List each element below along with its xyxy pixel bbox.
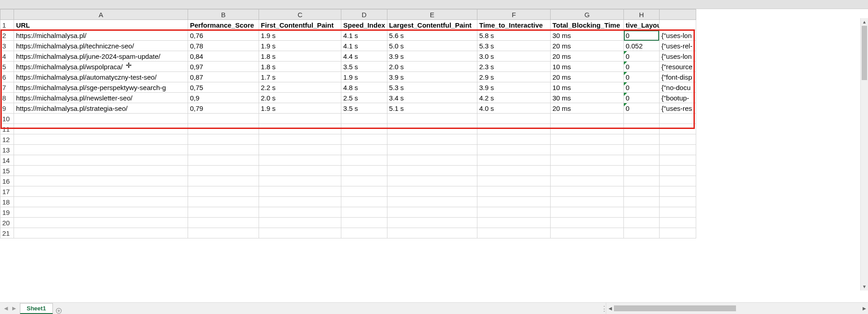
row-header-19[interactable]: 19 [0,207,14,218]
row-header-10[interactable]: 10 [0,114,14,124]
cell-A2[interactable]: https://michalmalysa.pl/ [14,30,188,41]
split-handle-icon[interactable]: ⋮ [602,303,606,314]
row-header-21[interactable]: 21 [0,228,14,238]
cell-G7[interactable]: 10 ms [551,82,624,93]
cell-empty[interactable] [188,155,259,166]
cell-empty[interactable] [624,176,660,186]
cell-E2[interactable]: 5.6 s [387,30,477,41]
row-header-20[interactable]: 20 [0,218,14,228]
cell-A6[interactable]: https://michalmalysa.pl/automatyczny-tes… [14,72,188,82]
cell-empty[interactable] [188,228,259,238]
cell-empty[interactable] [551,145,624,155]
cell-empty[interactable] [477,176,551,186]
row-header-14[interactable]: 14 [0,155,14,166]
cell-empty[interactable] [341,155,387,166]
cell-empty[interactable] [551,197,624,207]
cell-empty[interactable] [659,124,696,134]
cell-empty[interactable] [624,134,660,145]
vertical-scrollbar[interactable]: ▲ ▼ [860,18,868,290]
cell-H6[interactable]: 0 [624,72,660,82]
cell-empty[interactable] [387,145,477,155]
cell-F9[interactable]: 4.0 s [477,103,551,114]
row-header-1[interactable]: 1 [0,20,14,30]
cell-empty[interactable] [624,207,660,218]
row-header-18[interactable]: 18 [0,197,14,207]
cell-empty[interactable] [14,124,188,134]
cell-empty[interactable] [659,186,696,197]
cell-C5[interactable]: 1.8 s [259,62,341,72]
cell-H8[interactable]: 0 [624,93,660,103]
cell-A7[interactable]: https://michalmalysa.pl/sge-perspektywy-… [14,82,188,93]
cell-empty[interactable] [624,114,660,124]
cell-empty[interactable] [341,186,387,197]
cell-empty[interactable] [387,124,477,134]
cell-D3[interactable]: 4.1 s [341,41,387,51]
cell-empty[interactable] [387,228,477,238]
cell-I4[interactable]: {"uses-lon [659,51,696,62]
cell-empty[interactable] [624,186,660,197]
cell-empty[interactable] [188,114,259,124]
cell-A8[interactable]: https://michalmalysa.pl/newsletter-seo/ [14,93,188,103]
cell-empty[interactable] [387,166,477,176]
cell-A5[interactable]: https://michalmalysa.pl/wspolpraca/ [14,62,188,72]
cell-H4[interactable]: 0 [624,51,660,62]
cell-empty[interactable] [14,176,188,186]
cell-C8[interactable]: 2.0 s [259,93,341,103]
cell-empty[interactable] [477,186,551,197]
cell-I3[interactable]: {"uses-rel- [659,41,696,51]
cell-empty[interactable] [624,124,660,134]
col-header-H[interactable]: H [624,10,660,20]
spreadsheet-grid[interactable]: A B C D E F G H 1 URL Performance_Score … [0,9,696,238]
cell-empty[interactable] [188,166,259,176]
cell-D9[interactable]: 3.5 s [341,103,387,114]
cell-D2[interactable]: 4.1 s [341,30,387,41]
cell-E3[interactable]: 5.0 s [387,41,477,51]
hscroll-track[interactable] [614,305,860,311]
tab-nav-next-icon[interactable]: ▶ [11,305,17,311]
row-header-9[interactable]: 9 [0,103,14,114]
cell-E1[interactable]: Largest_Contentful_Paint [387,20,477,30]
cell-B4[interactable]: 0,84 [188,51,259,62]
cell-empty[interactable] [624,218,660,228]
cell-empty[interactable] [387,155,477,166]
vscroll-track[interactable] [861,26,868,283]
cell-empty[interactable] [188,176,259,186]
cell-D8[interactable]: 2.5 s [341,93,387,103]
cell-F7[interactable]: 3.9 s [477,82,551,93]
row-header-11[interactable]: 11 [0,124,14,134]
row-header-6[interactable]: 6 [0,72,14,82]
cell-C9[interactable]: 1.9 s [259,103,341,114]
cell-empty[interactable] [551,228,624,238]
cell-B1[interactable]: Performance_Score [188,20,259,30]
cell-empty[interactable] [341,166,387,176]
cell-empty[interactable] [477,134,551,145]
cell-empty[interactable] [624,166,660,176]
row-header-4[interactable]: 4 [0,51,14,62]
row-header-2[interactable]: 2 [0,30,14,41]
cell-empty[interactable] [387,134,477,145]
cell-empty[interactable] [14,186,188,197]
cell-empty[interactable] [14,207,188,218]
cell-I5[interactable]: {"resource [659,62,696,72]
cell-F3[interactable]: 5.3 s [477,41,551,51]
cell-empty[interactable] [188,145,259,155]
cell-G4[interactable]: 20 ms [551,51,624,62]
cell-empty[interactable] [188,124,259,134]
cell-empty[interactable] [659,176,696,186]
cell-empty[interactable] [659,155,696,166]
row-header-8[interactable]: 8 [0,93,14,103]
cell-empty[interactable] [551,166,624,176]
cell-E7[interactable]: 5.3 s [387,82,477,93]
cell-empty[interactable] [659,134,696,145]
scroll-down-icon[interactable]: ▼ [861,283,868,290]
cell-empty[interactable] [551,218,624,228]
tab-nav-prev-icon[interactable]: ◀ [3,305,9,311]
row-header-12[interactable]: 12 [0,134,14,145]
cell-empty[interactable] [659,145,696,155]
row-header-15[interactable]: 15 [0,166,14,176]
cell-I8[interactable]: {"bootup- [659,93,696,103]
col-header-I-sliver[interactable] [659,10,696,20]
cell-G5[interactable]: 10 ms [551,62,624,72]
cell-C3[interactable]: 1.9 s [259,41,341,51]
cell-empty[interactable] [624,197,660,207]
